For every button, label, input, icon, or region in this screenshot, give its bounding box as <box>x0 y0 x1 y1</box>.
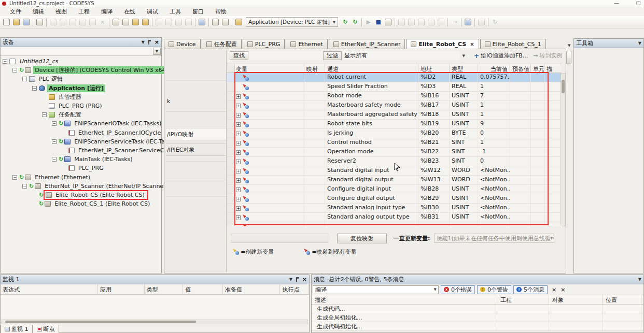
monitoring-icon[interactable] <box>463 17 473 27</box>
column-header[interactable]: 工程 <box>497 295 549 304</box>
expand-icon[interactable]: + <box>236 94 241 99</box>
table-row[interactable]: Speed Slider Fraction%ID3REAL1 <box>227 82 562 92</box>
watch-pin-icon[interactable] <box>296 277 299 282</box>
table-row[interactable]: +Standard digital input%IW12WORD<NotMon.… <box>227 166 562 176</box>
error-filter-button[interactable]: x0个错误 <box>441 285 475 294</box>
messages-dropdown-icon[interactable]: ▼ <box>638 277 641 282</box>
find-input[interactable] <box>248 51 322 60</box>
column-header[interactable]: 映射 <box>304 64 325 73</box>
tree-item[interactable]: PLC_PRG (PRG) <box>1 102 161 110</box>
column-header[interactable]: 类型 <box>145 284 184 294</box>
expand-icon[interactable]: + <box>236 160 241 164</box>
column-header[interactable]: 应用 <box>98 284 144 294</box>
column-header[interactable]: 执行点 <box>280 284 309 294</box>
info-filter-button[interactable]: i5个消息 <box>513 285 548 294</box>
clear-messages-icon[interactable]: × <box>552 286 556 293</box>
tree-item[interactable]: −Untitled12_cs <box>1 57 161 66</box>
table-row[interactable]: Robot current%ID2REAL0.075757... <box>227 73 562 82</box>
collapse-icon[interactable]: − <box>12 68 17 73</box>
step-over-icon[interactable] <box>397 17 407 27</box>
table-row[interactable]: +Configure digital output%IB29USINT<NotM… <box>227 194 562 204</box>
bottom-tab-watch[interactable]: 监视 1 <box>1 325 33 333</box>
tab-任务配置[interactable]: 任务配置 <box>202 39 242 49</box>
collapse-icon[interactable]: − <box>52 157 57 162</box>
login-icon[interactable]: ↻ <box>340 17 350 27</box>
table-row[interactable]: +Robot mode%IB16USINT7 <box>227 92 562 101</box>
undo-icon[interactable] <box>48 17 58 27</box>
expand-icon[interactable]: + <box>236 122 241 127</box>
column-header[interactable]: 单元 <box>531 64 544 73</box>
column-header[interactable]: 通道 <box>325 64 418 73</box>
bottom-tab-breakpoints[interactable]: 断点 <box>33 325 59 333</box>
message-row[interactable]: 生成代码初始化... <box>312 322 643 331</box>
flow-control-icon[interactable] <box>477 17 486 27</box>
replace-icon[interactable] <box>121 17 131 27</box>
collapse-icon[interactable]: − <box>12 175 17 180</box>
collapse-icon[interactable]: − <box>32 86 37 91</box>
column-header[interactable]: 位置 <box>603 295 641 304</box>
application-selector[interactable]: Application [Device: PLC 逻辑]▼ <box>246 17 338 27</box>
menu-item[interactable]: 帮助 <box>209 7 232 16</box>
menu-item[interactable]: 文件 <box>4 7 27 16</box>
library-icon[interactable] <box>234 17 244 27</box>
message-row[interactable]: 生成代码... <box>312 305 643 313</box>
reset-warm-icon[interactable]: → <box>450 17 459 27</box>
cut-icon[interactable] <box>68 17 78 27</box>
collapse-icon[interactable]: − <box>22 184 27 189</box>
generate-code-icon[interactable] <box>220 17 230 27</box>
devices-dropdown-icon[interactable]: ▼ <box>142 40 145 45</box>
column-header[interactable]: 表达式 <box>1 284 98 294</box>
expand-icon[interactable]: + <box>236 132 241 136</box>
expand-icon[interactable]: + <box>236 169 241 173</box>
maximize-button[interactable]: ▢ <box>635 0 642 6</box>
menu-item[interactable]: 编译 <box>95 7 118 16</box>
devices-close-icon[interactable]: × <box>155 39 159 46</box>
paste-icon[interactable] <box>88 17 97 27</box>
tree-item[interactable]: −↻Device [连接的] (CODESYS Control Win V3 x… <box>1 66 161 75</box>
new-file-icon[interactable] <box>2 17 11 27</box>
watch-close-icon[interactable]: × <box>302 276 307 283</box>
tab-close-icon[interactable]: × <box>470 41 474 47</box>
start-icon[interactable]: ▶ <box>363 17 373 27</box>
tree-item[interactable]: −↻EtherNet_IP_Scanner (EtherNet/IP Scann… <box>1 182 161 191</box>
column-header[interactable] <box>227 64 235 73</box>
tree-item[interactable]: −PLC 逻辑 <box>1 75 161 83</box>
tab-device[interactable]: Device <box>164 39 201 49</box>
table-row[interactable]: +Masterboard safety mode%IB17USINT1 <box>227 101 562 110</box>
filter-combo[interactable]: 显示所有 ▼ <box>342 51 460 60</box>
tab-overflow-dropdown-icon[interactable]: ▼ <box>568 44 570 48</box>
table-row[interactable]: +Robot state bits%IB19USINT9 <box>227 120 562 129</box>
logout-icon[interactable]: ↻ <box>350 17 360 27</box>
category-item[interactable]: /IPIEC对象 <box>166 143 226 156</box>
menu-item[interactable]: 调试 <box>141 7 164 16</box>
expand-icon[interactable]: + <box>236 178 241 183</box>
table-row[interactable]: +Standard analog output type%IB31USINT<N… <box>227 213 562 222</box>
minimize-button[interactable]: — <box>613 0 620 6</box>
refresh-icon[interactable]: ↻ <box>490 17 500 27</box>
column-header[interactable]: 对象 <box>549 295 603 304</box>
tree-item[interactable]: −↻MainTask (IEC-Tasks) <box>1 155 161 164</box>
run-to-cursor-icon[interactable] <box>426 17 436 27</box>
tree-item[interactable]: ↻Elite_Robot_CS (Elite Robot CS) <box>1 191 161 199</box>
column-header[interactable]: 类型 <box>450 64 478 73</box>
save-icon[interactable] <box>21 17 31 27</box>
table-row[interactable]: +Standard analog input type%IB30USINT<No… <box>227 204 562 213</box>
find-all-icon[interactable] <box>131 17 141 27</box>
expand-icon[interactable]: + <box>236 141 241 146</box>
always-update-combo[interactable]: 使能1(如果未在任何任务中使用则使用总线循环任... ▼ <box>434 234 554 243</box>
collapse-icon[interactable]: − <box>22 77 27 81</box>
tree-item[interactable]: EtherNet_IP_Scanner.IOCycle <box>1 128 161 137</box>
table-row[interactable]: +Reserver2%IB23SINT0 <box>227 157 562 166</box>
tab-ethernet[interactable]: Ethernet <box>286 39 327 49</box>
tree-item[interactable]: −↻ENIPScannerServiceTask (IEC-Tasks) <box>1 137 161 146</box>
column-header[interactable]: 地址 <box>418 64 450 73</box>
step-into-icon[interactable] <box>407 17 416 27</box>
scrollbar-thumb[interactable] <box>5 321 196 323</box>
menu-item[interactable]: 编辑 <box>27 7 50 16</box>
category-item[interactable]: k <box>167 98 170 105</box>
breakpoint-icon[interactable] <box>436 17 446 27</box>
add-fb-button[interactable]: + 给IO通道添加FB... <box>471 51 530 61</box>
column-header[interactable]: 当前值 <box>478 64 510 73</box>
export-icon[interactable] <box>197 17 207 27</box>
step-out-icon[interactable] <box>416 17 426 27</box>
